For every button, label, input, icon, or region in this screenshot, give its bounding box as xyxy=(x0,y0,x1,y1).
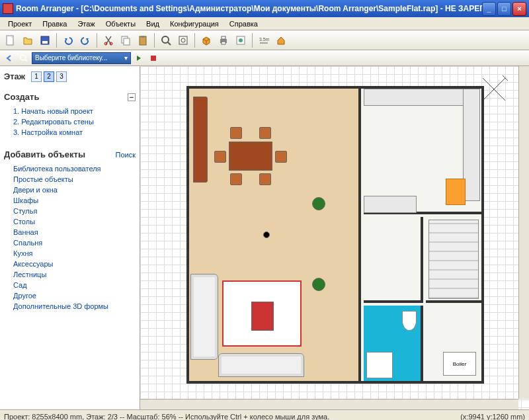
svg-point-20 xyxy=(20,55,26,60)
cat-stairs[interactable]: Лестницы xyxy=(13,269,132,280)
add-objects-header: Добавить объекты Поиск xyxy=(4,147,136,162)
floor-label: Этаж xyxy=(4,69,25,84)
close-button[interactable]: × xyxy=(512,2,526,16)
maximize-button[interactable]: □ xyxy=(497,2,511,16)
floor-plan[interactable]: Boiler xyxy=(186,86,484,384)
menu-objects[interactable]: Объекты xyxy=(101,19,141,29)
cat-kitchen[interactable]: Кухня xyxy=(13,248,132,259)
menu-floor[interactable]: Этаж xyxy=(72,19,100,29)
chair[interactable] xyxy=(259,173,271,185)
svg-point-9 xyxy=(162,36,169,43)
menu-view[interactable]: Вид xyxy=(141,19,165,29)
window-controls: _ □ × xyxy=(482,2,526,16)
status-coords: (x:9941 y:1260 mm) xyxy=(460,413,525,421)
scrollbar-horizontal[interactable] xyxy=(140,399,518,409)
cat-chairs[interactable]: Стулья xyxy=(13,206,132,216)
zoom-fit-button[interactable] xyxy=(175,32,191,48)
plant[interactable] xyxy=(312,278,325,291)
svg-rect-14 xyxy=(222,36,225,39)
canvas[interactable]: Boiler xyxy=(140,66,529,409)
sofa[interactable] xyxy=(218,353,304,377)
cat-wardrobes[interactable]: Шкафы xyxy=(13,195,132,206)
search-icon[interactable] xyxy=(17,52,30,65)
cat-tables[interactable]: Столы xyxy=(13,216,132,227)
cat-simple[interactable]: Простые объекты xyxy=(13,174,132,185)
cat-doors-windows[interactable]: Двери и окна xyxy=(13,185,132,195)
save-button[interactable] xyxy=(37,32,53,48)
stop-icon[interactable] xyxy=(147,52,160,65)
go-icon[interactable] xyxy=(132,52,145,65)
create-room-setup[interactable]: 3. Настройка комнат xyxy=(13,127,132,138)
chair[interactable] xyxy=(275,151,287,163)
room-utility: Boiler xyxy=(426,306,481,381)
boiler[interactable]: Boiler xyxy=(443,352,476,376)
create-new-project[interactable]: 1. Начать новый проект xyxy=(13,106,132,116)
scrollbar-vertical[interactable] xyxy=(518,66,529,399)
chair[interactable] xyxy=(230,173,242,185)
home-button[interactable] xyxy=(273,32,289,48)
tv-stand[interactable] xyxy=(251,302,274,331)
redo-button[interactable] xyxy=(77,32,93,48)
sidebar: Этаж 1 2 3 Создать − 1. Начать новый про… xyxy=(0,66,140,409)
search-link[interactable]: Поиск xyxy=(116,151,136,159)
room-kitchen xyxy=(364,89,481,214)
lamp[interactable] xyxy=(263,231,270,238)
cat-user-library[interactable]: Библиотека пользователя xyxy=(13,163,132,174)
svg-rect-8 xyxy=(141,36,145,38)
floor-tabs: Этаж 1 2 3 xyxy=(0,66,140,87)
menu-config[interactable]: Конфигурация xyxy=(165,19,224,29)
plant[interactable] xyxy=(312,197,325,210)
floor-tab-2[interactable]: 2 xyxy=(44,71,54,82)
statusbar: Проект: 8255x8400 mm, Этаж: 2/3 -- Масшт… xyxy=(0,409,529,420)
create-edit-walls[interactable]: 2. Редактировать стены xyxy=(13,116,132,127)
open-button[interactable] xyxy=(20,32,36,48)
cat-3d-shapes[interactable]: Дополнительные 3D формы xyxy=(13,301,132,312)
room-hall xyxy=(364,217,423,303)
room-living xyxy=(189,89,361,381)
library-combo[interactable]: Выберите библиотеку...▾ xyxy=(32,52,131,64)
zoom-button[interactable] xyxy=(158,32,174,48)
sofa[interactable] xyxy=(190,274,218,360)
3d-button[interactable] xyxy=(198,32,214,48)
svg-rect-6 xyxy=(124,38,130,45)
chair[interactable] xyxy=(214,151,226,163)
paste-button[interactable] xyxy=(135,32,151,48)
cat-bedroom[interactable]: Спальня xyxy=(13,237,132,248)
chair[interactable] xyxy=(259,127,271,139)
room-staircase xyxy=(426,217,481,303)
copy-button[interactable] xyxy=(118,32,134,48)
measure-button[interactable]: 3.5m xyxy=(256,32,272,48)
print-button[interactable] xyxy=(216,32,231,48)
floor-tab-3[interactable]: 3 xyxy=(56,71,67,82)
cat-accessories[interactable]: Аксессуары xyxy=(13,259,132,269)
counter[interactable] xyxy=(364,89,476,106)
cat-other[interactable]: Другое xyxy=(13,290,132,301)
cat-garden[interactable]: Сад xyxy=(13,280,132,290)
titlebar: Room Arranger - [C:\Documents and Settin… xyxy=(0,0,529,17)
create-header: Создать − xyxy=(4,89,136,105)
stairs[interactable] xyxy=(428,220,479,299)
menu-help[interactable]: Справка xyxy=(224,19,263,29)
main-area: Этаж 1 2 3 Создать − 1. Начать новый про… xyxy=(0,66,529,409)
cut-button[interactable] xyxy=(101,32,116,48)
cat-bathroom[interactable]: Ванная xyxy=(13,227,132,237)
chair[interactable] xyxy=(230,127,242,139)
dining-table[interactable] xyxy=(229,142,272,171)
toilet[interactable] xyxy=(402,311,417,331)
svg-text:3.5m: 3.5m xyxy=(259,37,269,42)
toolbar: 3.5m xyxy=(0,30,529,50)
shower[interactable] xyxy=(366,352,393,378)
counter[interactable] xyxy=(364,196,417,213)
menu-project[interactable]: Проект xyxy=(3,19,37,29)
collapse-icon[interactable]: − xyxy=(128,93,136,101)
menu-edit[interactable]: Правка xyxy=(37,19,72,29)
minimize-button[interactable]: _ xyxy=(482,2,496,16)
export-button[interactable] xyxy=(233,32,249,48)
fridge[interactable] xyxy=(446,179,466,205)
shelf[interactable] xyxy=(193,97,208,183)
back-icon[interactable] xyxy=(3,52,16,65)
undo-button[interactable] xyxy=(60,32,76,48)
floor-tab-1[interactable]: 1 xyxy=(31,71,42,82)
svg-line-21 xyxy=(25,60,27,62)
new-button[interactable] xyxy=(3,32,19,48)
